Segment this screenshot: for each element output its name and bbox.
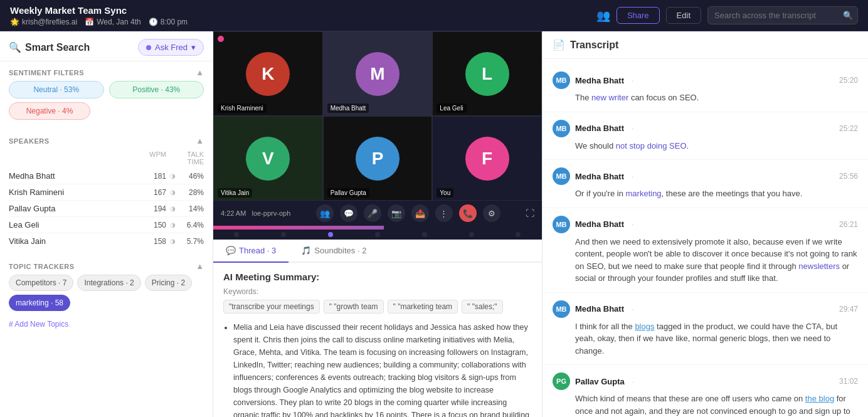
chevron-down-icon: ▾ [191, 43, 196, 52]
search-icon: 🔍 [843, 11, 853, 20]
transcript-text: Which kind of means that these are one o… [553, 393, 858, 417]
topic-tag[interactable]: Integrations · 2 [77, 275, 140, 291]
progress-marker[interactable] [234, 232, 239, 237]
progress-bar-fill [213, 226, 384, 230]
sentiment-negative[interactable]: Negative · 4% [9, 102, 90, 120]
progress-marker[interactable] [375, 232, 380, 237]
sentiment-neutral[interactable]: Neutral · 53% [9, 81, 104, 98]
speaker-row: Krish Ramineni 167 ◑ 28% [9, 184, 204, 201]
ai-summary-title: AI Meeting Summary: [223, 272, 532, 282]
avatar: MB [553, 71, 570, 89]
highlight-link[interactable]: the blog [805, 394, 834, 403]
avatar-vitika: V [246, 137, 290, 181]
transcript-item-header: MB Medha Bhatt · 26:21 [553, 216, 858, 233]
sentiment-positive[interactable]: Positive · 43% [109, 81, 204, 98]
transcript-item: PG Pallav Gupta · 31:02 Which kind of me… [542, 365, 868, 417]
control-time: 4:22 AM loe-pprv-oph [221, 209, 290, 217]
topic-tag[interactable]: Pricing · 2 [145, 275, 192, 291]
settings-ctrl-icon[interactable]: ⚙ [483, 204, 500, 222]
speaker-label-krish: Krish Ramineni [218, 103, 267, 113]
topics-section-header: TOPIC TRACKERS ▲ [0, 255, 213, 275]
sentiment-row-2: Negative · 4% [9, 102, 204, 120]
video-cell-pallav: P Pallav Gupta [323, 116, 433, 201]
collapse-speakers-icon[interactable]: ▲ [196, 136, 204, 145]
avatar: MB [553, 120, 570, 137]
transcript-text: We should not stop doing SEO. [553, 140, 858, 152]
transcript-text: Or if you're in marketing, these are the… [553, 187, 858, 200]
speaker-row: Pallav Gupta 194 ◑ 14% [9, 201, 204, 217]
meta-time: 🕐 8:00 pm [149, 18, 188, 26]
meeting-title: Weekly Market Team Sync [10, 5, 188, 16]
meta-date: 📅 Wed, Jan 4th [85, 18, 141, 26]
left-panel: 🔍 Smart Search Ask Fred ▾ SENTIMENT FILT… [0, 31, 213, 417]
progress-marker[interactable] [422, 232, 427, 237]
transcript-search-input[interactable] [707, 6, 858, 24]
meeting-meta: 🌟 krish@fireflies.ai 📅 Wed, Jan 4th 🕐 8:… [10, 18, 188, 26]
highlight-link[interactable]: blogs [635, 322, 654, 331]
speaker-row: Medha Bhatt 181 ◑ 46% [9, 168, 204, 184]
progress-marker[interactable] [516, 232, 521, 237]
transcript-item: MB Medha Bhatt · 25:22 We should not sto… [542, 112, 868, 161]
topic-tag[interactable]: Competitors · 7 [9, 275, 73, 291]
transcript-item-header: MB Medha Bhatt · 29:47 [553, 300, 858, 318]
chat-ctrl-icon[interactable]: 💬 [340, 204, 357, 222]
progress-marker[interactable] [469, 232, 474, 237]
end-call-icon[interactable]: 📞 [459, 204, 477, 222]
ask-fred-dot [146, 45, 151, 50]
transcript-item: MB Medha Bhatt · 26:21 And then we need … [542, 208, 868, 293]
app-header: Weekly Market Team Sync 🌟 krish@fireflie… [0, 0, 868, 31]
progress-marker[interactable] [281, 232, 286, 237]
keyword-tag: " "marketing team [388, 300, 458, 314]
smart-search-header: 🔍 Smart Search Ask Fred ▾ [0, 31, 213, 61]
transcript-text: I think for all the blogs tagged in the … [553, 320, 858, 357]
header-left: Weekly Market Team Sync 🌟 krish@fireflie… [10, 5, 188, 26]
tab-thread[interactable]: 💬 Thread · 3 [213, 240, 288, 263]
camera-ctrl-icon[interactable]: 📷 [388, 204, 405, 222]
highlight: newsletters [798, 261, 840, 271]
more-ctrl-icon[interactable]: ⋮ [435, 204, 453, 222]
share-button[interactable]: Share [617, 7, 660, 24]
bar-icon: ◑ [170, 172, 176, 179]
share-ctrl-icon[interactable]: 📤 [411, 204, 429, 222]
tab-soundbites[interactable]: 🎵 Soundbites · 2 [288, 240, 379, 263]
highlight: new writer [591, 93, 628, 102]
keywords-label: Keywords: [223, 287, 532, 296]
fullscreen-button[interactable]: ⛶ [526, 208, 534, 218]
topic-trackers: Competitors · 7 Integrations · 2 Pricing… [0, 275, 213, 337]
progress-marker-active[interactable] [328, 232, 333, 237]
avatar-medha: M [356, 52, 400, 96]
transcript-search-wrapper: 🔍 [707, 6, 858, 24]
middle-tabs: 💬 Thread · 3 🎵 Soundbites · 2 [213, 240, 542, 263]
summary-text: Melia and Leia have discussed their rece… [223, 321, 532, 417]
avatar: MB [553, 167, 570, 185]
collapse-icon[interactable]: ▲ [196, 68, 204, 77]
add-topic-button[interactable]: # Add New Topics [9, 317, 68, 331]
speaker-label-vitika: Vitika Jain [218, 188, 252, 198]
right-panel: 📄 Transcript MB Medha Bhatt · 25:20 The … [542, 31, 868, 417]
transcript-item-header: MB Medha Bhatt · 25:20 [553, 71, 858, 89]
speakers-section-header: SPEAKERS ▲ [0, 130, 213, 149]
mic-ctrl-icon[interactable]: 🎤 [364, 204, 381, 222]
topic-tag-active[interactable]: marketing · 58 [9, 295, 70, 311]
video-cell-vitika: V Vitika Jain [213, 116, 323, 201]
middle-panel: K Krish Ramineni M Medha Bhatt L Lea Gel… [213, 31, 542, 417]
video-container: K Krish Ramineni M Medha Bhatt L Lea Gel… [213, 31, 542, 226]
progress-bar-container [213, 226, 542, 230]
bar-icon: ◑ [170, 221, 176, 228]
highlight: marketing [626, 189, 662, 198]
transcript-title: Transcript [570, 40, 618, 51]
keyword-tags: "transcribe your meetings " "growth team… [223, 300, 532, 314]
video-cell-lea: L Lea Geli [432, 31, 542, 116]
transcript-header: 📄 Transcript [542, 31, 868, 59]
avatar: MB [553, 216, 570, 233]
collapse-topics-icon[interactable]: ▲ [196, 261, 204, 271]
transcript-item-header: PG Pallav Gupta · 31:02 [553, 372, 858, 390]
participants-icon: 👥 [596, 9, 610, 23]
status-dot [218, 36, 224, 42]
avatar: MB [553, 300, 570, 318]
keyword-tag: " "sales;" [462, 300, 502, 314]
participants-ctrl-icon[interactable]: 👥 [316, 204, 334, 222]
edit-button[interactable]: Edit [666, 7, 701, 24]
transcript-text: And then we need to extensively promote … [553, 236, 858, 285]
ask-fred-button[interactable]: Ask Fred ▾ [138, 39, 204, 56]
